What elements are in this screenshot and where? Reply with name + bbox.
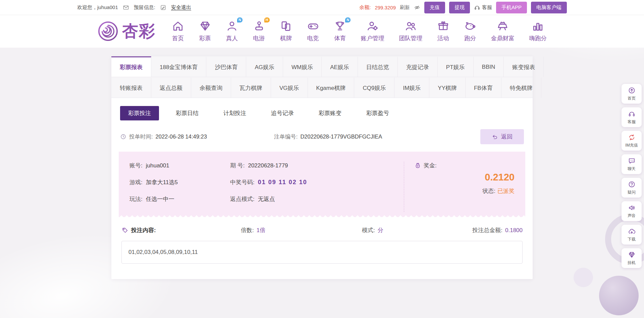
rail-item[interactable]: IM充值 (622, 131, 642, 151)
nav-item[interactable]: 金鼎财富 (491, 20, 515, 42)
report-tab[interactable]: YY棋牌 (429, 77, 466, 98)
nav-item[interactable]: 跑分 (464, 20, 476, 42)
nav-item[interactable]: N 真人 (226, 20, 238, 42)
rail-item-icon (628, 204, 636, 212)
rebate-mode-value: 无返点 (258, 195, 275, 203)
report-tab[interactable]: 转账报表 (111, 77, 151, 98)
rail-item-label: IM充值 (625, 143, 638, 148)
lottery-subtab[interactable]: 彩票日结 (168, 106, 207, 120)
card-column-1: 账号:juhua001 游戏:加拿大11选5 玩法:任选一中一 (129, 162, 230, 212)
lottery-subtab[interactable]: 追号记录 (263, 106, 302, 120)
report-tab[interactable]: WM娱乐 (283, 56, 322, 77)
report-panel: 彩票报表 188金宝博体育 沙巴体育 AG娱乐 WM娱乐 AE娱乐 日结总览 充… (111, 56, 533, 279)
logout-link[interactable]: 安全退出 (171, 4, 191, 11)
report-tab[interactable]: PT娱乐 (438, 56, 474, 77)
reserved-info-label: 预留信息: (134, 4, 155, 11)
site-logo[interactable]: 杏彩 (97, 20, 156, 42)
rail-item[interactable]: 下载 (622, 225, 642, 245)
report-tab[interactable]: BBIN (474, 56, 504, 77)
rail-item-label: 疑问 (628, 190, 636, 195)
lottery-subtab[interactable]: 计划投注 (215, 106, 254, 120)
report-tab[interactable]: 日结总览 (358, 56, 398, 77)
report-tab[interactable]: 188金宝博体育 (151, 56, 206, 77)
back-button[interactable]: 返回 (480, 129, 524, 144)
report-tab[interactable]: AG娱乐 (246, 56, 283, 77)
nav-item[interactable]: 账户管理 (361, 20, 384, 42)
report-tab[interactable]: CQ9娱乐 (354, 77, 394, 98)
nav-item[interactable]: 彩票 (199, 20, 211, 42)
play-label: 玩法: (129, 195, 143, 203)
nav-item-label: 团队管理 (399, 34, 422, 42)
order-time-value: 2022-06-28 14:49:23 (156, 134, 207, 140)
nav-item[interactable]: 首页 (172, 20, 184, 42)
rail-item-icon (628, 110, 636, 118)
nav-item[interactable]: H 电游 (253, 20, 265, 42)
rail-item[interactable]: 客服 (622, 107, 642, 127)
rail-item[interactable]: 首页 (622, 84, 642, 104)
nav-icon (172, 20, 184, 32)
report-tab[interactable]: VG娱乐 (271, 77, 308, 98)
background-circle-decoration (599, 276, 639, 315)
rail-item-label: 聊天 (628, 166, 636, 172)
nav-item[interactable]: 电竞 (307, 20, 319, 42)
report-tab-label: 充提记录 (406, 63, 429, 71)
nav-item[interactable]: N 体育 (334, 20, 346, 42)
report-tab[interactable]: 沙巴体育 (206, 56, 246, 77)
eye-off-icon[interactable] (414, 4, 420, 11)
report-tab[interactable]: 账变报表 (504, 56, 544, 77)
lottery-subtab-label: 彩票日结 (176, 110, 199, 116)
customer-service-link[interactable]: 客服 (474, 4, 492, 11)
nav-item[interactable]: 团队管理 (399, 20, 422, 42)
lottery-subtab[interactable]: 彩票盈亏 (358, 106, 397, 120)
report-tab[interactable]: FB体育 (466, 77, 501, 98)
report-tab[interactable]: 返点总额 (151, 77, 191, 98)
recharge-button[interactable]: 充值 (424, 2, 445, 13)
nav-item[interactable]: 嗨跑分 (529, 20, 547, 42)
report-tab-label: 188金宝博体育 (160, 63, 198, 71)
refresh-balance-link[interactable]: 刷新 (400, 4, 410, 11)
mode-value: 分 (378, 227, 383, 233)
nav-badge: N (345, 17, 351, 22)
rail-item-label: 首页 (628, 96, 636, 101)
report-tab[interactable]: 余额查询 (191, 77, 231, 98)
account-label: 账号: (129, 162, 143, 169)
game-value: 加拿大11选5 (146, 178, 178, 186)
report-tab[interactable]: 彩票报表 (111, 56, 151, 77)
lottery-subtab[interactable]: 彩票账变 (311, 106, 350, 120)
nav-item[interactable]: 活动 (437, 20, 449, 42)
rail-item-icon (628, 134, 636, 141)
bet-content-label: 投注内容: (131, 226, 156, 234)
report-tab[interactable]: 特免棋牌 (501, 77, 541, 98)
rail-item[interactable]: 疑问 (622, 178, 642, 198)
nav-badge: H (264, 17, 270, 22)
report-tab[interactable]: 瓦力棋牌 (231, 77, 271, 98)
rail-item[interactable]: 挂机 (622, 248, 642, 268)
report-tab-label: 彩票报表 (120, 63, 143, 71)
edit-icon[interactable] (160, 4, 166, 11)
nav-icon (405, 20, 417, 32)
nav-item-label: 首页 (172, 34, 184, 42)
lottery-subtab[interactable]: 彩票投注 (120, 106, 159, 120)
report-tab-label: Kgame棋牌 (316, 84, 346, 92)
mobile-app-button[interactable]: 手机APP (496, 2, 527, 13)
rail-item-icon (628, 227, 636, 235)
welcome-text: 欢迎您，juhua001 (77, 4, 118, 11)
nav-item[interactable]: 棋牌 (280, 20, 292, 42)
win-numbers-value: 01 09 11 02 10 (258, 179, 307, 186)
report-tab[interactable]: AE娱乐 (322, 56, 358, 77)
withdraw-button[interactable]: 提现 (449, 2, 470, 13)
rail-item[interactable]: 聊天 (622, 154, 642, 174)
pc-client-button[interactable]: 电脑客户端 (531, 2, 567, 13)
mail-icon[interactable] (123, 4, 129, 11)
multiple-value: 1倍 (257, 227, 265, 233)
report-tab-label: AE娱乐 (330, 63, 349, 71)
rail-item[interactable]: 声音 (622, 201, 642, 221)
report-tab[interactable]: IM娱乐 (394, 77, 429, 98)
rail-item-label: 下载 (628, 236, 636, 242)
status-label: 状态: (482, 188, 495, 194)
lottery-subtab-label: 彩票账变 (319, 110, 341, 116)
report-tab-label: FB体育 (474, 84, 493, 92)
nav-icon (199, 20, 211, 32)
report-tab[interactable]: Kgame棋牌 (308, 77, 355, 98)
report-tab[interactable]: 充提记录 (398, 56, 438, 77)
